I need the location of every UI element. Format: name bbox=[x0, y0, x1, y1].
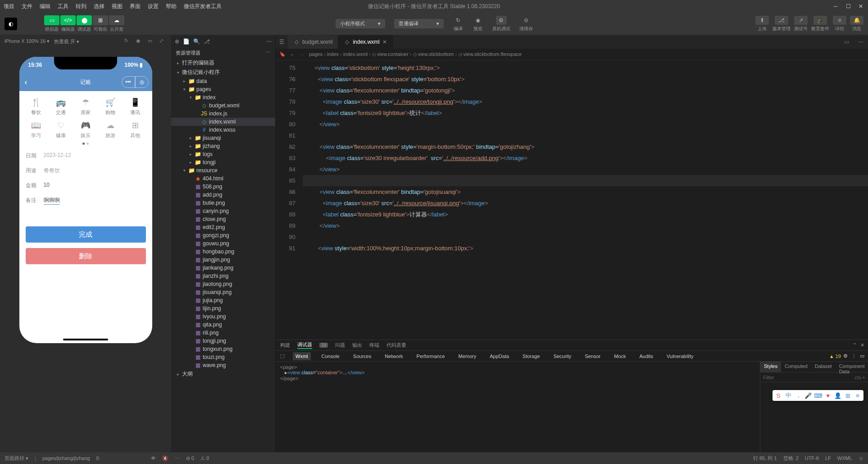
tree-item-tongji[interactable]: ▸📁tongji bbox=[171, 158, 275, 166]
new-file-icon[interactable]: ⊕ bbox=[175, 38, 179, 45]
dt-sub-security[interactable]: Security bbox=[551, 352, 574, 360]
dock-icon[interactable]: ▭ bbox=[860, 353, 864, 359]
menu-select[interactable]: 选择 bbox=[94, 3, 105, 10]
dataset-tab[interactable]: Dataset bbox=[811, 362, 836, 372]
filter-input[interactable]: Filter bbox=[763, 375, 774, 380]
messages-button[interactable]: 🔔消息 bbox=[850, 16, 863, 32]
tab-menu-icon[interactable]: ☰ bbox=[276, 39, 288, 45]
compdata-tab[interactable]: Component Data bbox=[836, 362, 868, 372]
dt-tab-debugger[interactable]: 调试器 bbox=[297, 341, 312, 349]
close-button[interactable]: ✕ bbox=[857, 3, 864, 10]
cat-fun[interactable]: 🎮娱乐 bbox=[73, 120, 98, 139]
mute-icon[interactable]: 🔇 bbox=[162, 455, 168, 461]
tab-budget[interactable]: ◇budget.wxml bbox=[288, 35, 338, 49]
compile-button[interactable]: ↻编译 bbox=[453, 16, 464, 32]
details-button[interactable]: ≡详情 bbox=[833, 16, 846, 32]
tree-item-data[interactable]: ▸📁data bbox=[171, 77, 275, 85]
menu-tool[interactable]: 工具 bbox=[58, 3, 68, 10]
code-editor[interactable]: 7576⌄777879808182⌄83848586⌄8788899091 <v… bbox=[276, 60, 868, 340]
dt-sub-memory[interactable]: Memory bbox=[456, 352, 479, 360]
nav-back-icon[interactable]: ← bbox=[290, 52, 295, 57]
feedback-icon[interactable]: ☺ bbox=[859, 455, 863, 461]
tree-item-index.wxml[interactable]: ◇index.wxml bbox=[171, 118, 275, 126]
cat-travel[interactable]: ☁旅游 bbox=[98, 120, 123, 139]
device-selector[interactable]: iPhone X 100% 16 ▾ bbox=[5, 38, 50, 45]
mode-debugger[interactable]: ⬤调试器 bbox=[77, 15, 92, 32]
open-file-icon[interactable]: 📄 bbox=[183, 38, 190, 45]
more-icon[interactable]: ⋯ bbox=[854, 39, 868, 45]
tree-item-jiaotong.png[interactable]: ▦jiaotong.png bbox=[171, 280, 275, 288]
bookmark-icon[interactable]: 🔖 bbox=[279, 51, 286, 57]
clear-cache-button[interactable]: ⊝清缓存 bbox=[519, 16, 533, 32]
screenshot-icon[interactable]: ▭ bbox=[148, 38, 155, 45]
minimize-button[interactable]: ─ bbox=[832, 3, 839, 10]
hot-reload-toggle[interactable]: 热重载 开 ▾ bbox=[54, 38, 79, 45]
dt-sub-vuln[interactable]: Vulnerability bbox=[664, 352, 696, 360]
tree-item-jianzhi.png[interactable]: ▦jianzhi.png bbox=[171, 272, 275, 280]
remark-row[interactable]: 备注啊啊啊 bbox=[26, 193, 146, 208]
ime-heart-icon[interactable]: ♥ bbox=[824, 391, 832, 400]
cat-food[interactable]: 🍴餐饮 bbox=[24, 97, 49, 116]
test-account-button[interactable]: ↗测试号 bbox=[794, 16, 808, 32]
menu-devtools[interactable]: 微信开发者工具 bbox=[184, 3, 222, 10]
cat-other[interactable]: ⊞其他 bbox=[123, 120, 148, 139]
tree-item-pages[interactable]: ▾📁pages bbox=[171, 85, 275, 93]
cat-study[interactable]: 📖学习 bbox=[24, 120, 49, 139]
preview-button[interactable]: ◉预览 bbox=[473, 16, 483, 32]
dt-tab-terminal[interactable]: 终端 bbox=[369, 342, 379, 349]
date-row[interactable]: 日期2023-12-12 bbox=[26, 148, 146, 163]
ime-punct-icon[interactable]: ， bbox=[794, 391, 802, 400]
record-icon[interactable]: ◉ bbox=[136, 38, 143, 45]
menu-edit[interactable]: 编辑 bbox=[40, 3, 50, 10]
dt-sub-network[interactable]: Network bbox=[382, 352, 405, 360]
dt-sub-wxml[interactable]: Wxml bbox=[293, 352, 311, 360]
split-icon[interactable]: ▭ bbox=[840, 39, 854, 45]
back-icon[interactable]: ‹ bbox=[25, 78, 27, 87]
tree-item-index[interactable]: ▾📁index bbox=[171, 93, 275, 101]
tree-item-qita.png[interactable]: ▦qita.png bbox=[171, 321, 275, 329]
tree-item-jiankang.png[interactable]: ▦jiankang.png bbox=[171, 264, 275, 272]
computed-tab[interactable]: Computed bbox=[781, 362, 811, 372]
tree-item-jisuanqi[interactable]: ▸📁jisuanqi bbox=[171, 134, 275, 142]
branch-icon[interactable]: ⎇ bbox=[204, 38, 210, 45]
eye-icon[interactable]: 👁 bbox=[151, 455, 156, 461]
search-icon[interactable]: 🔍 bbox=[193, 38, 200, 45]
dt-sub-appdata[interactable]: AppData bbox=[487, 352, 512, 360]
mode-simulator[interactable]: ▭模拟器 bbox=[44, 15, 59, 32]
dt-sub-audits[interactable]: Audits bbox=[637, 352, 656, 360]
tree-item-lvyou.png[interactable]: ▦lvyou.png bbox=[171, 312, 275, 321]
tree-item-rili.png[interactable]: ▦rili.png bbox=[171, 329, 275, 337]
dt-sub-mock[interactable]: Mock bbox=[611, 352, 628, 360]
ime-menu-icon[interactable]: ≡ bbox=[854, 391, 862, 400]
close-icon[interactable]: ✕ bbox=[382, 39, 387, 45]
mode-dropdown[interactable]: 小程序模式▾ bbox=[336, 19, 385, 28]
maximize-icon[interactable]: ⌃ bbox=[853, 342, 857, 348]
section-open-editors[interactable]: ▸打开的编辑器 bbox=[171, 58, 275, 68]
version-button[interactable]: ⎇版本管理 bbox=[773, 16, 791, 32]
tree-item-jujia.png[interactable]: ▦jujia.png bbox=[171, 296, 275, 304]
styles-tab[interactable]: Styles bbox=[760, 362, 781, 372]
remote-debug-button[interactable]: ⚙真机调试 bbox=[492, 16, 510, 32]
page-path-value[interactable]: pages/jizhang/jizhang bbox=[42, 455, 90, 461]
cat-traffic[interactable]: 🚌交通 bbox=[49, 97, 73, 116]
menu-view[interactable]: 视图 bbox=[112, 3, 123, 10]
mode-visual[interactable]: ⊞可视化 bbox=[93, 15, 108, 32]
mode-editor[interactable]: </>编辑器 bbox=[60, 15, 76, 32]
expand-icon[interactable]: ⤢ bbox=[159, 38, 167, 45]
purpose-row[interactable]: 用途餐餐饮 bbox=[26, 163, 146, 178]
cat-shopping[interactable]: 🛒购物 bbox=[98, 97, 123, 116]
amount-row[interactable]: 金额10 bbox=[26, 178, 146, 193]
menu-file[interactable]: 文件 bbox=[22, 3, 32, 10]
tree-item-508.png[interactable]: ▦508.png bbox=[171, 183, 275, 191]
more-status-icon[interactable]: ⋯ bbox=[175, 455, 180, 461]
errors-count[interactable]: ⊘ 0 bbox=[186, 455, 194, 461]
tree-item-gongzi.png[interactable]: ▦gongzi.png bbox=[171, 231, 275, 239]
refresh-icon[interactable]: ↻ bbox=[124, 38, 132, 45]
tree-item-touzi.png[interactable]: ▦touzi.png bbox=[171, 353, 275, 361]
menu-ui[interactable]: 界面 bbox=[130, 3, 141, 10]
tab-index[interactable]: ◇index.wxml✕ bbox=[338, 35, 392, 49]
page-path-label[interactable]: 页面路径 ▾ bbox=[5, 455, 28, 462]
cursor-position[interactable]: 行 85, 列 1 bbox=[753, 455, 777, 462]
section-project[interactable]: ▾微信记账小程序 bbox=[171, 68, 275, 77]
dt-sub-storage[interactable]: Storage bbox=[520, 352, 543, 360]
